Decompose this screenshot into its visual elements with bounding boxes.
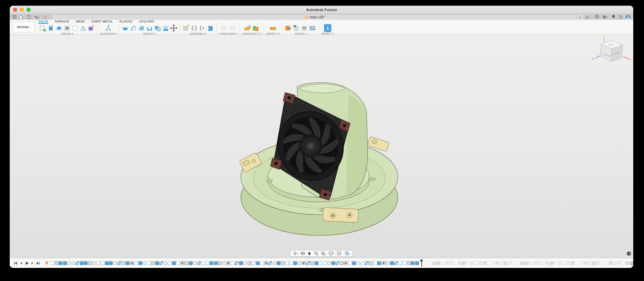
timeline-hole-icon[interactable] xyxy=(180,261,184,265)
timeline-fillet-icon[interactable] xyxy=(285,261,289,265)
timeline-extrude-icon[interactable] xyxy=(525,261,529,265)
timeline-fillet-icon[interactable] xyxy=(323,261,327,265)
application-menu-icon[interactable] xyxy=(13,15,16,19)
timeline-pattern-icon[interactable] xyxy=(365,261,369,265)
timeline-extrude-icon[interactable] xyxy=(415,261,419,265)
save-icon[interactable] xyxy=(27,15,31,19)
ribbon-tab-surface[interactable]: SURFACE xyxy=(54,20,69,24)
timeline-pattern-icon[interactable] xyxy=(479,261,482,265)
ribbon-tab-utilities[interactable]: UTILITIES xyxy=(139,20,155,24)
timeline-go-to-end-icon[interactable] xyxy=(36,261,41,266)
timeline-component-icon[interactable] xyxy=(617,261,621,265)
timeline-component-icon[interactable] xyxy=(184,261,188,265)
timeline-component-icon[interactable] xyxy=(122,261,125,265)
timeline-sketch-icon[interactable] xyxy=(260,261,264,265)
timeline-hole-icon[interactable] xyxy=(302,261,306,265)
timeline-fillet-icon[interactable] xyxy=(600,261,604,265)
timeline-sketch-icon[interactable] xyxy=(201,261,205,265)
timeline-extrude-icon[interactable] xyxy=(277,261,280,265)
timeline-pattern-icon[interactable] xyxy=(75,261,79,265)
timeline-pattern-icon[interactable] xyxy=(197,261,201,265)
timeline-fillet-icon[interactable] xyxy=(428,261,432,265)
timeline-fillet-icon[interactable] xyxy=(398,261,402,265)
help-icon[interactable]: ? xyxy=(619,15,623,19)
orbit-icon[interactable]: ▾ xyxy=(293,251,299,256)
timeline-hole-icon[interactable] xyxy=(584,261,587,265)
timeline-sketch-icon[interactable] xyxy=(348,261,352,265)
timeline-pattern-icon[interactable] xyxy=(306,261,310,265)
timeline-extrude-icon[interactable] xyxy=(155,261,159,265)
timeline-sketch-icon[interactable] xyxy=(604,261,608,265)
timeline-component-icon[interactable] xyxy=(55,261,58,265)
timeline-component-icon[interactable] xyxy=(218,261,222,265)
rigid-group-icon[interactable] xyxy=(207,24,214,32)
split-body-icon[interactable] xyxy=(162,24,169,32)
timeline-extrude-icon[interactable] xyxy=(105,261,109,265)
timeline-sketch-icon[interactable] xyxy=(289,261,293,265)
combine-icon[interactable] xyxy=(154,24,161,32)
timeline-extrude-icon[interactable] xyxy=(521,261,524,265)
timeline-hole-icon[interactable] xyxy=(344,261,347,265)
measure-icon[interactable] xyxy=(269,24,277,32)
ribbon-tab-mesh[interactable]: MESH xyxy=(75,20,85,24)
timeline-hole-icon[interactable] xyxy=(382,261,385,265)
revolve-icon[interactable] xyxy=(55,24,63,32)
timeline-joint-icon[interactable] xyxy=(193,261,197,265)
timeline-play-icon[interactable] xyxy=(24,261,29,266)
corner-widget-icon[interactable] xyxy=(627,252,631,256)
timeline-joint-icon[interactable] xyxy=(143,261,146,265)
timeline-sketch-icon[interactable] xyxy=(147,261,151,265)
timeline-pattern-icon[interactable] xyxy=(508,261,512,265)
timeline-sketch-icon[interactable] xyxy=(231,261,234,265)
timeline-extrude-icon[interactable] xyxy=(189,261,193,265)
automate-icon[interactable] xyxy=(105,24,112,32)
timeline-extrude-icon[interactable] xyxy=(571,261,575,265)
user-avatar[interactable] xyxy=(626,15,631,19)
timeline-extrude-icon[interactable] xyxy=(433,261,436,265)
hole-icon[interactable] xyxy=(63,24,71,32)
timeline-component-icon[interactable] xyxy=(248,261,251,265)
timeline-extrude-icon[interactable] xyxy=(626,261,629,265)
timeline-pattern-icon[interactable] xyxy=(268,261,272,265)
extrude-icon[interactable] xyxy=(47,24,55,32)
ribbon-tab-solid[interactable]: SOLID xyxy=(38,20,48,24)
timeline-pattern-icon[interactable] xyxy=(596,261,600,265)
press-pull-icon[interactable] xyxy=(122,24,129,32)
timeline-sketch-icon[interactable] xyxy=(487,261,491,265)
rib-icon[interactable] xyxy=(79,24,87,32)
zoom-icon[interactable] xyxy=(314,251,318,256)
timeline-extrude-icon[interactable] xyxy=(84,261,88,265)
new-tab-button[interactable]: + xyxy=(584,15,591,19)
timeline-pattern-icon[interactable] xyxy=(159,261,163,265)
timeline-component-icon[interactable] xyxy=(500,261,503,265)
timeline-pattern-icon[interactable] xyxy=(445,261,449,265)
timeline-joint-icon[interactable] xyxy=(243,261,247,265)
timeline-sketch-icon[interactable] xyxy=(542,261,545,265)
insert-mcmaster-carr-icon[interactable]: M xyxy=(301,24,308,32)
timeline-joint-icon[interactable] xyxy=(273,261,276,265)
timeline-component-icon[interactable] xyxy=(310,261,314,265)
new-component-icon[interactable] xyxy=(182,24,190,32)
timeline-extrude-icon[interactable] xyxy=(377,261,381,265)
zoom-window-button[interactable] xyxy=(26,8,31,12)
viewport-canvas[interactable]: Y X Z TOP FRONT RIGHT ▾▾▾▾▾ xyxy=(10,35,633,258)
timeline-hole-icon[interactable] xyxy=(495,261,499,265)
timeline-extrude-icon[interactable] xyxy=(437,261,440,265)
timeline-go-to-start-icon[interactable] xyxy=(13,261,18,266)
timeline-pattern-icon[interactable] xyxy=(335,261,339,265)
timeline-extrude-icon[interactable] xyxy=(462,261,466,265)
timeline-component-icon[interactable] xyxy=(407,261,411,265)
timeline-extrude-icon[interactable] xyxy=(59,261,62,265)
timeline-component-icon[interactable] xyxy=(151,261,155,265)
timeline-extrude-icon[interactable] xyxy=(315,261,318,265)
timeline-settings-gear-icon[interactable] xyxy=(630,261,633,266)
document-tab-main[interactable]: main v25* xyxy=(52,15,578,20)
timeline-pattern-icon[interactable] xyxy=(567,261,571,265)
timeline-component-icon[interactable] xyxy=(470,261,474,265)
configuration-table-icon[interactable] xyxy=(228,24,236,32)
timeline-joint-icon[interactable] xyxy=(67,261,71,265)
timeline-sketch-icon[interactable] xyxy=(373,261,377,265)
design-workspace-button[interactable]: DESIGN ▾ xyxy=(13,21,35,32)
timeline-extrude-icon[interactable] xyxy=(331,261,335,265)
timeline-pattern-icon[interactable] xyxy=(394,261,398,265)
